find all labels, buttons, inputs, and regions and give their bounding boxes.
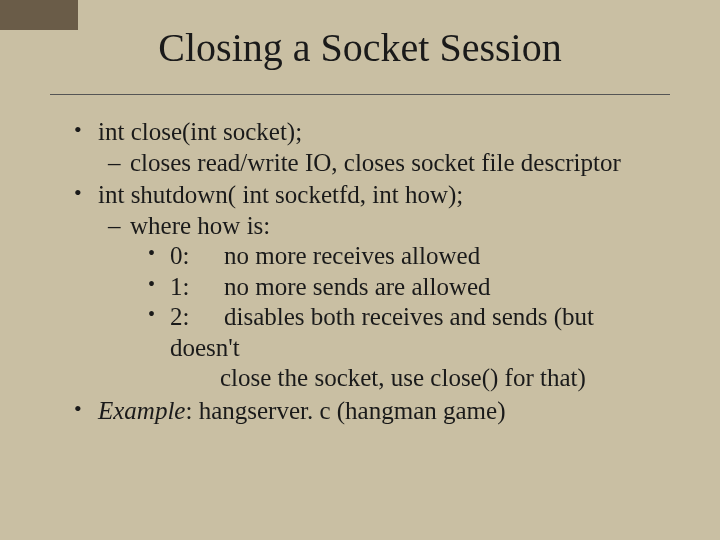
bullet-opt-2: 2:disables both receives and sends (but … (70, 302, 670, 363)
opt-2-label: 2: (170, 302, 224, 333)
slide-body: int close(int socket); closes read/write… (70, 115, 670, 426)
opt-1-text: no more sends are allowed (224, 273, 491, 300)
bullet-opt-2-cont: close the socket, use close() for that) (70, 363, 670, 394)
opt-2-text: disables both receives and sends (but do… (170, 303, 594, 361)
bullet-example: Example: hangserver. c (hangman game) (70, 396, 670, 427)
bullet-where-how: where how is: (70, 211, 670, 242)
bullet-shutdown: int shutdown( int socketfd, int how); (70, 180, 670, 211)
example-text: : hangserver. c (hangman game) (185, 397, 505, 424)
slide-title: Closing a Socket Session (0, 24, 720, 71)
slide: Closing a Socket Session int close(int s… (0, 0, 720, 540)
opt-0-text: no more receives allowed (224, 242, 480, 269)
example-label: Example (98, 397, 185, 424)
bullet-close: int close(int socket); (70, 117, 670, 148)
opt-0-label: 0: (170, 241, 224, 272)
bullet-opt-0: 0:no more receives allowed (70, 241, 670, 272)
bullet-opt-1: 1:no more sends are allowed (70, 272, 670, 303)
opt-1-label: 1: (170, 272, 224, 303)
title-rule (50, 94, 670, 95)
bullet-close-desc: closes read/write IO, closes socket file… (70, 148, 670, 179)
